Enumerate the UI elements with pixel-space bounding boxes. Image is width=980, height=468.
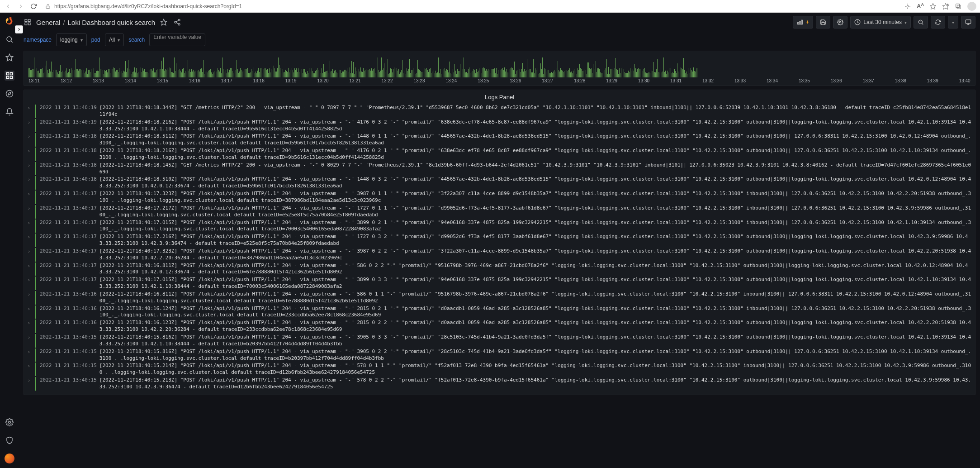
expand-chevron-icon[interactable]: › <box>28 105 32 111</box>
grafana-logo-icon[interactable] <box>5 16 14 26</box>
browser-forward-button[interactable] <box>16 2 25 11</box>
log-message: [2022-11-21T18:40:17.217Z] "POST /loki/a… <box>99 205 971 219</box>
expand-chevron-icon[interactable]: › <box>28 248 32 255</box>
browser-back-button[interactable] <box>4 2 13 11</box>
var-pod-value: All <box>109 37 115 43</box>
log-row[interactable]: ›2022-11-21 13:40:15[2022-11-21T18:40:15… <box>28 377 971 391</box>
configuration-icon[interactable] <box>5 417 14 427</box>
chevron-down-icon: ▾ <box>904 20 907 25</box>
svg-rect-14 <box>10 76 12 79</box>
log-row[interactable]: ›2022-11-21 13:40:19[2022-11-21T18:40:18… <box>28 119 971 133</box>
log-row[interactable]: ›2022-11-21 13:40:16[2022-11-21T18:40:16… <box>28 319 971 334</box>
svg-line-34 <box>922 24 923 25</box>
expand-chevron-icon[interactable]: › <box>28 349 32 355</box>
nav-expand-button[interactable] <box>15 25 23 33</box>
zoom-out-button[interactable] <box>914 16 928 29</box>
time-range-picker[interactable]: Last 30 minutes ▾ <box>850 16 911 29</box>
chart-tick-label: 13:16 <box>189 78 200 85</box>
read-aloud-icon[interactable] <box>904 3 911 10</box>
log-row[interactable]: ›2022-11-21 13:40:17[2022-11-21T18:40:17… <box>28 276 971 291</box>
log-row[interactable]: ›2022-11-21 13:40:15[2022-11-21T18:40:15… <box>28 348 971 363</box>
var-namespace-select[interactable]: logging ▾ <box>56 33 87 46</box>
var-search-input[interactable]: Enter variable value <box>149 33 205 46</box>
alerting-icon[interactable] <box>5 107 14 117</box>
add-panel-button[interactable]: + <box>793 16 813 29</box>
log-level-bar <box>35 205 36 219</box>
log-message: [2022-11-21T18:40:15.214Z] "POST /loki/a… <box>99 363 971 376</box>
dashboards-icon[interactable] <box>5 71 14 81</box>
user-avatar[interactable] <box>5 454 14 463</box>
breadcrumb-title[interactable]: Loki Dashboard quick search <box>68 19 155 26</box>
share-icon[interactable] <box>172 17 182 27</box>
svg-point-31 <box>840 21 842 23</box>
svg-rect-29 <box>800 21 800 24</box>
search-icon[interactable] <box>5 34 14 44</box>
settings-button[interactable] <box>833 16 847 29</box>
starred-icon[interactable] <box>5 53 14 62</box>
expand-chevron-icon[interactable]: › <box>28 334 32 341</box>
breadcrumb-root[interactable]: General <box>36 19 60 26</box>
chart-tick-label: 13:39 <box>927 78 938 85</box>
expand-chevron-icon[interactable]: › <box>28 162 32 169</box>
log-message: [2022-11-21T18:40:18.145Z] "GET /metrics… <box>99 162 971 176</box>
chart-tick-label: 13:37 <box>863 78 874 85</box>
explore-icon[interactable] <box>5 89 14 99</box>
expand-chevron-icon[interactable]: › <box>28 277 32 283</box>
expand-chevron-icon[interactable]: › <box>28 291 32 298</box>
expand-chevron-icon[interactable]: › <box>28 363 32 369</box>
logs-list[interactable]: ›2022-11-21 13:40:19[2022-11-21T18:40:18… <box>24 104 975 395</box>
log-message: [2022-11-21T18:40:17.216Z] "POST /loki/a… <box>99 234 971 247</box>
browser-profile-avatar[interactable] <box>967 2 976 11</box>
log-row[interactable]: ›2022-11-21 13:40:16[2022-11-21T18:40:16… <box>28 305 971 320</box>
refresh-interval-picker[interactable]: ▾ <box>948 16 958 29</box>
expand-chevron-icon[interactable]: › <box>28 220 32 226</box>
svg-marker-2 <box>930 3 936 9</box>
log-row[interactable]: ›2022-11-21 13:40:17[2022-11-21T18:40:17… <box>28 190 971 205</box>
save-button[interactable] <box>816 16 830 29</box>
log-row[interactable]: ›2022-11-21 13:40:18[2022-11-21T18:40:18… <box>28 162 971 176</box>
server-admin-icon[interactable] <box>5 435 14 445</box>
log-row[interactable]: ›2022-11-21 13:40:17[2022-11-21T18:40:17… <box>28 219 971 234</box>
log-row[interactable]: ›2022-11-21 13:40:19[2022-11-21T18:40:18… <box>28 104 971 119</box>
collections-icon[interactable] <box>955 3 962 10</box>
log-message: [2022-11-21T18:40:18.216Z] "POST /loki/a… <box>99 148 971 161</box>
log-row[interactable]: ›2022-11-21 13:40:17[2022-11-21T18:40:17… <box>28 233 971 248</box>
favorites-star-icon[interactable] <box>929 3 937 10</box>
log-row[interactable]: ›2022-11-21 13:40:15[2022-11-21T18:40:15… <box>28 334 971 348</box>
log-row[interactable]: ›2022-11-21 13:40:17[2022-11-21T18:40:16… <box>28 262 971 277</box>
favorite-star-icon[interactable] <box>159 17 169 27</box>
expand-chevron-icon[interactable]: › <box>28 176 32 183</box>
expand-chevron-icon[interactable]: › <box>28 306 32 312</box>
panel-grid-icon[interactable] <box>23 17 33 27</box>
log-row[interactable]: ›2022-11-21 13:40:18[2022-11-21T18:40:18… <box>28 176 971 190</box>
log-row[interactable]: ›2022-11-21 13:40:17[2022-11-21T18:40:17… <box>28 205 971 219</box>
expand-chevron-icon[interactable]: › <box>28 119 32 126</box>
log-volume-chart[interactable]: 13:1113:1213:1313:1413:1513:1613:1713:18… <box>24 51 975 86</box>
expand-chevron-icon[interactable]: › <box>28 320 32 326</box>
log-timestamp: 2022-11-21 13:40:18 <box>40 133 97 140</box>
log-row[interactable]: ›2022-11-21 13:40:18[2022-11-21T18:40:18… <box>28 147 971 162</box>
log-row[interactable]: ›2022-11-21 13:40:17[2022-11-21T18:40:17… <box>28 248 971 262</box>
expand-chevron-icon[interactable]: › <box>28 263 32 269</box>
text-size-icon[interactable]: AA <box>917 2 924 10</box>
log-row[interactable]: ›2022-11-21 13:40:16[2022-11-21T18:40:16… <box>28 291 971 305</box>
expand-chevron-icon[interactable]: › <box>28 234 32 240</box>
expand-chevron-icon[interactable]: › <box>28 377 32 384</box>
var-pod-select[interactable]: All ▾ <box>105 33 124 46</box>
expand-chevron-icon[interactable]: › <box>28 205 32 212</box>
expand-chevron-icon[interactable]: › <box>28 133 32 140</box>
browser-url[interactable]: https://grafana.bigbang.dev/d/liz0yRCZz/… <box>54 3 242 10</box>
chart-tick-label: 13:20 <box>317 78 329 85</box>
log-row[interactable]: ›2022-11-21 13:40:18[2022-11-21T18:40:18… <box>28 133 971 147</box>
expand-chevron-icon[interactable]: › <box>28 148 32 154</box>
refresh-button[interactable] <box>931 16 945 29</box>
log-timestamp: 2022-11-21 13:40:17 <box>40 263 97 269</box>
favorites-add-icon[interactable] <box>942 3 949 10</box>
log-row[interactable]: ›2022-11-21 13:40:15[2022-11-21T18:40:15… <box>28 362 971 377</box>
expand-chevron-icon[interactable]: › <box>28 191 32 197</box>
tv-mode-button[interactable] <box>961 16 975 29</box>
browser-refresh-button[interactable] <box>29 2 38 11</box>
log-message: [2022-11-21T18:40:15.816Z] "POST /loki/a… <box>99 334 971 348</box>
svg-marker-22 <box>161 19 166 25</box>
log-timestamp: 2022-11-21 13:40:17 <box>40 205 97 212</box>
